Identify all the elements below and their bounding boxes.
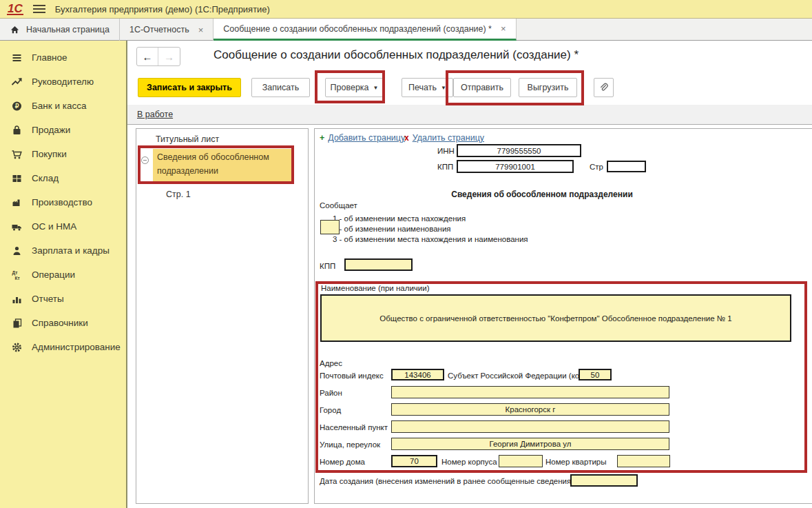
district-field[interactable] [391, 386, 669, 398]
building-number-label: Номер корпуса [441, 458, 497, 466]
truck-icon [9, 221, 24, 232]
gear-icon [9, 342, 24, 353]
paperclip-icon [598, 83, 609, 93]
add-page-link[interactable]: + Добавить страницу [320, 133, 405, 143]
button-label: Записать [262, 83, 299, 92]
chart-icon [9, 294, 24, 305]
creation-date-field[interactable] [570, 474, 638, 487]
cart-icon [9, 149, 24, 160]
house-number-label: Номер дома [320, 458, 365, 466]
status-strip: В работе [127, 105, 812, 125]
tab-label: 1С-Отчетность [129, 25, 189, 34]
content-area: ← → Сообщение о создании обособленных по… [127, 41, 812, 508]
address-section-label: Адрес [320, 359, 342, 367]
tree-item-title-sheet[interactable]: Титульный лист [156, 134, 219, 144]
postal-index-field[interactable]: 143406 [391, 369, 444, 380]
city-label: Город [320, 406, 341, 414]
dropdown-icon: ▼ [441, 85, 446, 91]
notify-option-3: 3 - об изменении места нахождения и наим… [333, 235, 528, 243]
add-page-label: Добавить страницу [328, 133, 405, 143]
flat-number-field[interactable] [617, 455, 670, 467]
collapse-icon[interactable] [141, 156, 149, 164]
tab-home[interactable]: Начальная страница [0, 19, 120, 41]
home-icon [10, 25, 20, 35]
person-icon [9, 245, 24, 256]
sidebar-item-operations[interactable]: ДтКт Операции [0, 263, 126, 287]
kpp-label: КПП [437, 163, 453, 171]
trend-icon [9, 77, 24, 88]
sidebar-item-administration[interactable]: Администрирование [0, 335, 126, 359]
close-tab-icon[interactable]: × [198, 25, 204, 35]
forward-button[interactable]: → [158, 48, 180, 65]
name-field[interactable]: Общество с ограниченной ответственностью… [320, 294, 791, 342]
flat-number-label: Номер квартиры [545, 458, 607, 466]
sidebar-item-fixed-assets[interactable]: ОС и НМА [0, 214, 126, 238]
save-and-close-button[interactable]: Записать и закрыть [138, 78, 241, 97]
section-heading: Сведения об обособленном подразделении [315, 190, 769, 199]
delete-page-label: Удалить страницу [413, 133, 484, 143]
sidebar-item-warehouse[interactable]: Склад [0, 166, 126, 190]
attachments-button[interactable] [594, 78, 614, 97]
sidebar-item-label: Склад [32, 173, 59, 183]
kpp2-field[interactable] [344, 258, 413, 271]
name-label: Наименование (при наличии) [321, 284, 430, 292]
save-button[interactable]: Записать [251, 78, 310, 97]
tab-message-subdivisions[interactable]: Сообщение о создании обособленных подраз… [214, 19, 516, 41]
close-tab-icon[interactable]: × [501, 23, 506, 34]
main-menu-button[interactable] [33, 5, 45, 13]
sidebar-item-salary-hr[interactable]: Зарплата и кадры [0, 238, 126, 263]
status-link[interactable]: В работе [137, 110, 173, 119]
street-label: Улица, переулок [320, 440, 380, 449]
plus-icon: + [320, 133, 324, 143]
pages-tree-panel: Титульный лист Сведения об обособленном … [136, 128, 309, 504]
sidebar-item-label: Главное [32, 52, 67, 63]
svg-text:Кт: Кт [14, 275, 19, 280]
delete-page-link[interactable]: x Удалить страницу [404, 133, 484, 143]
locality-field[interactable] [391, 420, 669, 433]
sidebar-item-label: Продажи [32, 125, 70, 135]
sidebar-item-directories[interactable]: Справочники [0, 311, 126, 335]
tree-item-subdivision-info[interactable]: Сведения об обособленном подразделении [153, 149, 291, 182]
sidebar-item-label: Справочники [32, 318, 88, 328]
sidebar-item-sales[interactable]: Продажи [0, 118, 126, 142]
kpp-field[interactable]: 779901001 [457, 160, 574, 173]
sidebar-item-production[interactable]: Производство [0, 190, 126, 214]
sidebar-item-main[interactable]: Главное [0, 45, 126, 70]
house-number-field[interactable]: 70 [391, 455, 437, 467]
tab-1c-reporting[interactable]: 1С-Отчетность × [120, 19, 214, 41]
app-header: 1С Бухгалтерия предприятия (демо) (1С:Пр… [0, 0, 812, 19]
dropdown-icon: ▼ [373, 85, 379, 91]
sidebar-item-label: Отчеты [32, 294, 64, 304]
region-code-field[interactable]: 50 [579, 369, 612, 380]
sidebar-item-bank-cash[interactable]: ₽ Банк и касса [0, 94, 126, 118]
ruble-icon: ₽ [9, 101, 24, 112]
building-number-field[interactable] [499, 455, 543, 467]
tab-home-label: Начальная страница [26, 25, 110, 34]
street-field[interactable]: Георгия Димитрова ул [391, 438, 669, 450]
sidebar-item-label: Руководителю [32, 77, 94, 87]
city-field[interactable]: Красногорск г [391, 403, 669, 416]
sidebar-item-manager[interactable]: Руководителю [0, 70, 126, 94]
dt-kt-icon: ДтКт [9, 270, 24, 281]
back-button[interactable]: ← [137, 48, 158, 65]
tab-label: Сообщение о создании обособленных подраз… [223, 24, 492, 34]
send-button[interactable]: Отправить [453, 78, 511, 97]
sidebar-item-purchases[interactable]: Покупки [0, 142, 126, 166]
str-field[interactable] [607, 161, 646, 172]
postal-index-label: Почтовый индекс [320, 372, 384, 380]
print-button[interactable]: Печать▼ [402, 78, 453, 97]
check-button[interactable]: Проверка▼ [325, 78, 384, 97]
tab-bar: Начальная страница 1С-Отчетность × Сообщ… [0, 19, 812, 41]
page-title: Сообщение о создании обособленных подраз… [214, 48, 579, 62]
sidebar-item-label: Зарплата и кадры [32, 245, 110, 256]
tree-item-page-1[interactable]: Стр. 1 [166, 190, 191, 199]
button-label: Отправить [461, 83, 503, 92]
export-button[interactable]: Выгрузить [519, 78, 577, 97]
1c-logo: 1С [7, 3, 23, 15]
button-label: Выгрузить [528, 83, 569, 92]
sidebar-item-reports[interactable]: Отчеты [0, 287, 126, 311]
creation-date-label: Дата создания (внесения изменений в ране… [320, 477, 574, 485]
form-panel: + Добавить страницу x Удалить страницу И… [314, 128, 812, 504]
notify-code-field[interactable] [320, 220, 340, 234]
inn-field[interactable]: 7799555550 [457, 144, 581, 157]
